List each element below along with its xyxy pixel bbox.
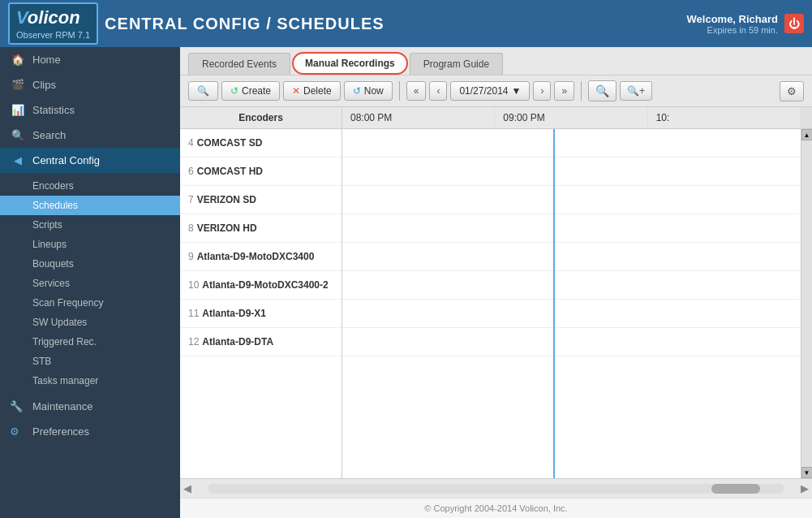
timeline-row-7 [342, 300, 801, 328]
zoom-in-button[interactable]: 🔍+ [620, 81, 652, 101]
scroll-right-arrow[interactable]: ▶ [801, 482, 809, 494]
enc-num-6: 6 [188, 166, 194, 177]
delete-label: Delete [303, 85, 332, 97]
sidebar-item-preferences[interactable]: ⚙ Preferences [0, 419, 180, 444]
right-scrollbar: ▲ ▼ [801, 129, 812, 478]
timeline-row-4 [342, 214, 801, 243]
timeline-row-8 [342, 328, 801, 356]
nav-last-button[interactable]: » [554, 81, 574, 101]
encoder-row-4: 4 COMCAST SD [180, 129, 342, 158]
sidebar-label-clips: Clips [32, 79, 56, 91]
sidebar-item-tasks-manager[interactable]: Tasks manager [0, 371, 180, 391]
date-selector[interactable]: 01/27/2014 ▼ [450, 81, 530, 101]
tab-recorded-events[interactable]: Recorded Events [188, 53, 290, 75]
tab-row: Recorded Events Manual Recordings Progra… [188, 47, 804, 75]
sidebar-item-encoders[interactable]: Encoders [0, 176, 180, 196]
dropdown-arrow-icon: ▼ [511, 85, 521, 97]
sidebar-item-search[interactable]: 🔍 Search [0, 123, 180, 148]
scrollbar-placeholder [801, 107, 812, 128]
delete-icon: ✕ [292, 85, 300, 97]
top-header: Volicon Observer RPM 7.1 CENTRAL CONFIG … [0, 0, 812, 47]
scroll-left-arrow[interactable]: ◀ [183, 482, 191, 494]
encoder-row-10: 10 Atlanta-D9-MotoDXC3400-2 [180, 271, 342, 300]
sidebar-item-bouquets[interactable]: Bouquets [0, 254, 180, 274]
enc-num-4: 4 [188, 137, 194, 149]
timeline-row-5 [342, 243, 801, 271]
timeline-row-6 [342, 271, 801, 300]
logo-rest: olicon [28, 7, 80, 28]
encoder-row-11: 11 Atlanta-D9-X1 [180, 300, 342, 328]
enc-name-8: VERIZON HD [197, 222, 257, 234]
enc-num-8: 8 [188, 222, 194, 234]
grid-body: 4 COMCAST SD 6 COMCAST HD 7 VERIZON SD [180, 129, 812, 478]
scroll-down-button[interactable]: ▼ [801, 467, 813, 478]
tab-manual-recordings[interactable]: Manual Recordings [292, 52, 408, 75]
sidebar-item-services[interactable]: Services [0, 274, 180, 293]
sidebar-item-schedules[interactable]: Schedules [0, 196, 180, 215]
scroll-up-button[interactable]: ▲ [801, 129, 813, 140]
create-label: Create [242, 85, 271, 97]
enc-num-10: 10 [188, 279, 199, 291]
enc-num-9: 9 [188, 251, 194, 262]
sidebar-item-triggered-rec[interactable]: Triggered Rec. [0, 332, 180, 352]
nav-next-button[interactable]: › [533, 81, 551, 101]
search-btn-icon: 🔍 [197, 85, 209, 97]
search-sidebar-icon: 🔍 [10, 129, 26, 141]
enc-name-10: Atlanta-D9-MotoDXC3400-2 [202, 279, 328, 291]
tab-program-guide[interactable]: Program Guide [410, 53, 503, 75]
enc-name-6: COMCAST HD [197, 166, 263, 177]
sidebar-item-stb[interactable]: STB [0, 352, 180, 371]
timeline-row-2 [342, 158, 801, 186]
now-icon: ↺ [353, 85, 361, 97]
sidebar-item-scripts[interactable]: Scripts [0, 215, 180, 235]
home-icon: 🏠 [10, 54, 26, 66]
date-value: 01/27/2014 [459, 85, 508, 97]
sidebar-item-clips[interactable]: 🎬 Clips [0, 72, 180, 97]
statistics-icon: 📊 [10, 104, 26, 116]
sidebar-item-central-config[interactable]: ◀ Central Config [0, 148, 180, 173]
logo-v: V [16, 7, 28, 28]
sidebar-item-scan-frequency[interactable]: Scan Frequency [0, 293, 180, 313]
power-button[interactable]: ⏻ [784, 14, 804, 33]
now-line [553, 129, 555, 478]
logo-box: Volicon Observer RPM 7.1 [8, 2, 98, 45]
timeline-area: Now [342, 129, 801, 478]
settings-button[interactable]: ⚙ [780, 81, 804, 101]
main-area: 🏠 Home 🎬 Clips 📊 Statistics 🔍 Search ◀ C… [0, 47, 812, 518]
sidebar-item-statistics[interactable]: 📊 Statistics [0, 97, 180, 123]
sidebar-label-preferences: Preferences [32, 425, 89, 438]
app-container: Volicon Observer RPM 7.1 CENTRAL CONFIG … [0, 0, 812, 518]
sidebar-item-sw-updates[interactable]: SW Updates [0, 313, 180, 332]
encoders-header: Encoders [180, 107, 342, 128]
timeline-row-3 [342, 186, 801, 214]
page-title-strong: SCHEDULES [277, 15, 384, 32]
enc-name-7: VERIZON SD [197, 194, 256, 205]
enc-name-11: Atlanta-D9-X1 [202, 308, 266, 319]
create-button[interactable]: ↺ Create [221, 81, 280, 101]
scrollbar-thumb [711, 484, 760, 494]
zoom-out-button[interactable]: 🔍 [588, 80, 617, 101]
now-button[interactable]: ↺ Now [344, 81, 393, 101]
timeline-rows [342, 129, 801, 356]
schedule-grid: Encoders 08:00 PM 09:00 PM 10: 4 COMCAST… [180, 107, 812, 498]
nav-first-button[interactable]: « [406, 81, 427, 101]
tabs-toolbar: Recorded Events Manual Recordings Progra… [180, 47, 812, 76]
footer: © Copyright 2004-2014 Volicon, Inc. [180, 498, 812, 518]
user-details: Welcome, Richard Expires in 59 min. [687, 13, 778, 35]
nav-prev-button[interactable]: ‹ [429, 81, 447, 101]
expires-text: Expires in 59 min. [687, 25, 778, 35]
sidebar-label-central-config: Central Config [32, 154, 100, 166]
clips-icon: 🎬 [10, 79, 26, 91]
sidebar-item-home[interactable]: 🏠 Home [0, 47, 180, 72]
search-button[interactable]: 🔍 [188, 81, 218, 101]
sidebar-item-maintenance[interactable]: 🔧 Maintenance [0, 394, 180, 419]
breadcrumb: CENTRAL CONFIG / [105, 15, 277, 32]
user-name: Welcome, Richard [687, 13, 778, 25]
content-area: Recorded Events Manual Recordings Progra… [180, 47, 812, 518]
copyright-text: © Copyright 2004-2014 Volicon, Inc. [424, 503, 567, 513]
encoder-row-6: 6 COMCAST HD [180, 158, 342, 186]
horizontal-scrollbar[interactable] [208, 484, 784, 494]
delete-button[interactable]: ✕ Delete [283, 81, 341, 101]
sidebar-item-lineups[interactable]: Lineups [0, 235, 180, 254]
scrollbar-area: ◀ ▶ [180, 478, 812, 498]
